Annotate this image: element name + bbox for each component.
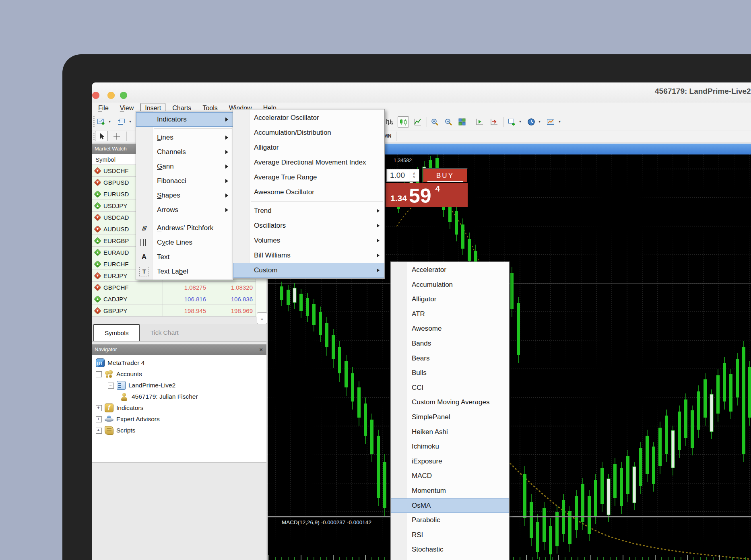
menu-item[interactable]: OsMA	[391, 498, 509, 513]
tree-expand-icon[interactable]	[108, 383, 114, 389]
navigator-tree-item[interactable]: Accounts	[92, 369, 266, 380]
menu-item[interactable]: Accelerator	[391, 263, 509, 278]
menu-item[interactable]: Alligator	[391, 292, 509, 307]
menu-item-label: Bulls	[412, 369, 427, 377]
menu-item[interactable]: Shapes	[136, 188, 233, 203]
menu-item[interactable]: Custom	[233, 263, 384, 278]
menu-item[interactable]: Bands	[391, 336, 509, 351]
auto-scroll-icon[interactable]	[474, 116, 485, 128]
menu-item[interactable]: Trend	[233, 203, 384, 218]
candlestick-chart-icon[interactable]	[398, 116, 409, 128]
zoom-window-button[interactable]	[120, 92, 127, 99]
menu-item[interactable]: Andrews' Pitchfork	[136, 221, 233, 235]
new-chart-icon[interactable]	[96, 116, 107, 128]
crosshair-tool-icon[interactable]	[110, 131, 123, 141]
navigator-tree-item[interactable]: Indicators	[92, 402, 266, 414]
menu-item[interactable]: Volumes	[233, 233, 384, 248]
zoom-in-icon[interactable]	[429, 116, 440, 128]
market-watch-tab[interactable]: Symbols	[93, 324, 140, 341]
navigator-tree-item[interactable]: Expert Advisors	[92, 414, 266, 425]
market-watch-tab[interactable]: Tick Chart	[140, 324, 189, 341]
navigator-tree-item[interactable]: LandPrime-Live2	[92, 380, 266, 391]
bar-chart-icon[interactable]	[384, 116, 395, 128]
menu-item[interactable]: RSI	[391, 528, 509, 543]
menu-item[interactable]: Bulls	[391, 366, 509, 381]
menu-item-label: Andrews' Pitchfork	[157, 224, 213, 232]
menu-item-label: Lines	[157, 134, 173, 141]
buy-button[interactable]: BUY	[423, 168, 468, 183]
market-watch-row[interactable]: GBPCHF 1.08275 1.08320	[92, 282, 266, 293]
menu-item[interactable]: Alligator	[233, 140, 384, 155]
menu-item[interactable]: Arrows	[136, 203, 233, 217]
navigator-tree-item[interactable]: Scripts	[92, 425, 266, 436]
tree-expand-icon[interactable]	[96, 371, 102, 377]
menu-item[interactable]: Channels	[136, 145, 233, 159]
menu-item[interactable]: Accelerator Oscillator	[233, 110, 384, 125]
menu-item[interactable]: Fibonacci	[136, 174, 233, 188]
minimize-window-button[interactable]	[107, 92, 115, 99]
menu-item[interactable]: Ichimoku	[391, 439, 509, 454]
menu-item[interactable]: Accumulation	[391, 278, 509, 292]
menu-item[interactable]: Awesome	[391, 321, 509, 336]
menu-item[interactable]: Stochastic	[391, 542, 509, 557]
toolbar-grip[interactable]	[93, 116, 95, 128]
menu-item[interactable]: Average True Range	[233, 170, 384, 185]
menu-item[interactable]: iExposure	[391, 454, 509, 469]
toolbar-separator	[396, 132, 396, 141]
chart-shift-icon[interactable]	[489, 116, 500, 128]
menu-item[interactable]: Heiken Ashi	[391, 425, 509, 440]
close-window-button[interactable]	[92, 92, 99, 99]
tree-expand-icon[interactable]	[96, 405, 102, 411]
menu-item[interactable]: Momentum	[391, 484, 509, 498]
menubar-item[interactable]: File	[94, 103, 113, 113]
menu-item[interactable]: Bill Williams	[233, 248, 384, 263]
symbol-label: EURGBP	[103, 237, 129, 244]
new-chart-caret-icon[interactable]: ▾	[109, 119, 111, 124]
market-watch-expand-button[interactable]: ⌄	[257, 312, 267, 324]
menu-item[interactable]: MACD	[391, 469, 509, 484]
volume-input[interactable]: 1.00 ˄˅	[386, 169, 419, 182]
menu-item[interactable]: Oscillators	[233, 218, 384, 233]
menu-item[interactable]: Lines	[136, 130, 233, 145]
navigator-tree-item[interactable]: MetaTrader 4	[92, 357, 266, 369]
close-icon[interactable]: ×	[259, 344, 263, 355]
buy-price-panel[interactable]: 1.34 59 4	[386, 183, 468, 207]
tree-expand-icon[interactable]	[96, 428, 102, 434]
menu-item[interactable]: Average Directional Movement Index	[233, 155, 384, 170]
menu-item[interactable]: Custom Moving Averages	[391, 395, 509, 410]
add-indicator-caret-icon[interactable]: ▾	[519, 119, 521, 124]
menu-item[interactable]: Text	[136, 250, 233, 264]
navigator-tree-item[interactable]: 4567179: Julian Fischer	[92, 391, 266, 402]
toolbar-grip[interactable]	[93, 133, 95, 140]
menu-item[interactable]: Text Label	[136, 264, 233, 279]
line-chart-icon[interactable]	[412, 116, 423, 128]
menubar-item[interactable]: View	[116, 103, 138, 113]
template-icon[interactable]	[545, 116, 556, 128]
profiles-icon[interactable]	[116, 116, 127, 128]
periods-clock-icon[interactable]	[526, 116, 537, 128]
market-watch-row[interactable]: CADJPY 106.816 106.836	[92, 293, 266, 305]
menu-item[interactable]: Cycle Lines	[136, 235, 233, 250]
tile-windows-icon[interactable]	[456, 116, 468, 128]
market-watch-row[interactable]: GBPJPY 198.945 198.969	[92, 305, 266, 317]
menu-item[interactable]: ZigZag	[391, 557, 509, 560]
tree-item-label: Expert Advisors	[116, 416, 160, 423]
profiles-caret-icon[interactable]: ▾	[129, 119, 131, 124]
zoom-out-icon[interactable]	[443, 116, 454, 128]
menu-item[interactable]: Indicators	[136, 112, 233, 127]
menu-item[interactable]: Parabolic	[391, 513, 509, 528]
volume-spinner[interactable]: ˄˅	[409, 169, 419, 181]
template-caret-icon[interactable]: ▾	[559, 119, 561, 124]
menu-item[interactable]: Awesome Oscillator	[233, 185, 384, 200]
menu-item[interactable]: Accumulation/Distribution	[233, 125, 384, 140]
menu-item[interactable]: Gann	[136, 159, 233, 174]
menu-item-icon	[139, 223, 149, 233]
menu-item[interactable]: SimplePanel	[391, 410, 509, 425]
add-indicator-icon[interactable]	[506, 116, 518, 128]
periods-caret-icon[interactable]: ▾	[538, 119, 541, 124]
menu-item[interactable]: CCI	[391, 381, 509, 395]
menu-item[interactable]: ATR	[391, 307, 509, 322]
cursor-tool-icon[interactable]	[95, 131, 108, 141]
tree-expand-icon[interactable]	[96, 416, 102, 422]
menu-item[interactable]: Bears	[391, 351, 509, 366]
